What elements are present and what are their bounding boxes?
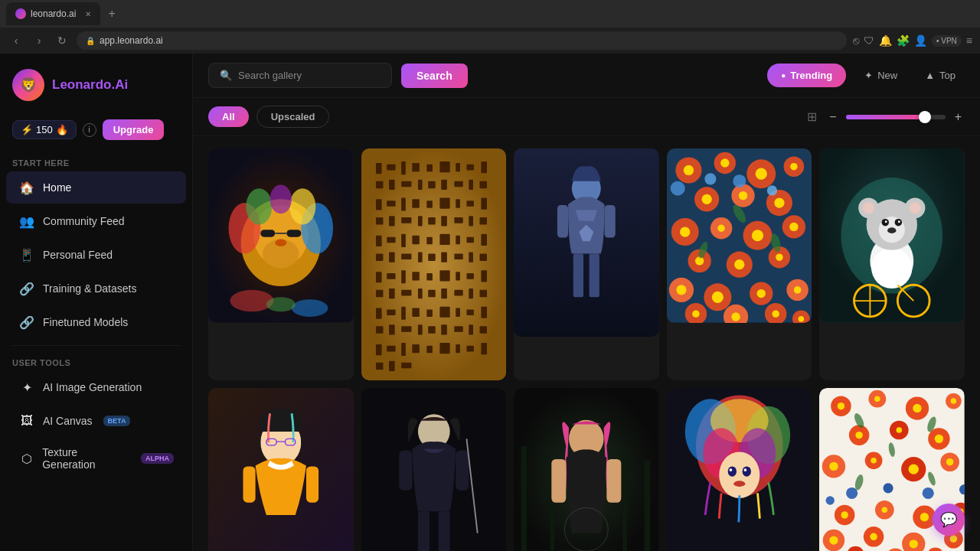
svg-rect-10 xyxy=(286,230,301,236)
svg-point-160 xyxy=(676,285,686,295)
svg-rect-104 xyxy=(441,324,447,334)
magic-button[interactable]: # xyxy=(277,394,299,416)
sidebar-item-ai-image[interactable]: ✦ AI Image Generation xyxy=(6,371,186,403)
expand-button[interactable]: ⤢ xyxy=(326,155,348,176)
sidebar-item-texture-generation[interactable]: ⬡ Texture Generation ALPHA xyxy=(6,439,186,478)
options-button[interactable]: ⊘ xyxy=(454,394,475,416)
magic-button[interactable]: # xyxy=(913,155,934,176)
svg-rect-203 xyxy=(243,467,256,503)
svg-rect-55 xyxy=(387,237,395,243)
sidebar-item-home[interactable]: 🏠 Home xyxy=(6,171,186,204)
options-button[interactable]: ⊘ xyxy=(454,155,475,176)
filter-upscaled-button[interactable]: Upscaled xyxy=(256,106,330,128)
search-button[interactable]: Search xyxy=(401,64,468,88)
extensions-icon[interactable]: 🧩 xyxy=(897,34,910,47)
shield-icon[interactable]: 🛡 xyxy=(864,34,874,47)
grid-minus-button[interactable]: − xyxy=(826,107,839,127)
tab-close-icon[interactable]: ✕ xyxy=(85,10,91,18)
filter-all-button[interactable]: All xyxy=(208,106,249,127)
gallery-item-hieroglyphs[interactable]: # ⊘ ⤢ xyxy=(361,148,507,380)
top-label: Top xyxy=(939,70,956,81)
sidebar-item-community-feed[interactable]: 👥 Community Feed xyxy=(6,205,186,237)
svg-point-261 xyxy=(826,497,835,505)
svg-point-171 xyxy=(692,310,699,317)
new-tab-button[interactable]: + xyxy=(103,7,119,21)
options-button[interactable]: ⊘ xyxy=(302,155,323,176)
nav-right: ⎋ 🛡 🔔 🧩 👤 • VPN ≡ xyxy=(853,34,972,47)
svg-rect-84 xyxy=(418,289,423,298)
gallery-item-flowers[interactable]: # ⊘ ⤢ xyxy=(667,148,812,380)
info-icon[interactable]: i xyxy=(83,123,96,137)
refresh-button[interactable]: ↻ xyxy=(54,34,70,47)
top-bar: 🔍 Search gallery Search ● Trending ✦ New… xyxy=(193,54,980,98)
top-button[interactable]: ▲ Top xyxy=(916,64,965,87)
sidebar-texture-label: Texture Generation xyxy=(42,446,130,471)
svg-point-148 xyxy=(789,223,798,231)
magic-button[interactable]: # xyxy=(583,394,604,416)
expand-button[interactable]: ⤢ xyxy=(784,155,805,176)
svg-rect-56 xyxy=(401,234,406,247)
canvas-icon: 🖼 xyxy=(18,412,35,429)
svg-rect-28 xyxy=(389,180,395,190)
sidebar-item-personal-feed[interactable]: 📱 Personal Feed xyxy=(6,239,186,271)
trending-button[interactable]: ● Trending xyxy=(767,64,846,87)
magic-button[interactable]: # xyxy=(277,155,299,176)
chat-bubble[interactable]: 💬 xyxy=(933,504,965,536)
gallery-grid: # ⊘ ⤢ xyxy=(208,148,965,551)
svg-point-233 xyxy=(733,481,745,487)
forward-button[interactable]: › xyxy=(31,34,47,47)
sidebar-community-label: Community Feed xyxy=(43,215,125,227)
upgrade-button[interactable]: Upgrade xyxy=(103,119,165,140)
svg-point-15 xyxy=(266,297,296,311)
gallery-item-dark-warrior[interactable]: ⊘ ⤢ xyxy=(361,388,507,551)
gallery-item-koala[interactable]: # ⊘ xyxy=(819,148,965,380)
lock-icon: 🔒 xyxy=(86,37,95,45)
grid-view-button[interactable]: ⊞ xyxy=(804,106,820,127)
gallery-item-lion[interactable]: # ⊘ ⤢ xyxy=(208,148,354,380)
sidebar-canvas-label: AI Canvas xyxy=(43,415,93,427)
magic-button[interactable]: # xyxy=(735,394,756,416)
gallery-item-anime[interactable]: # ⊘ ⤢ xyxy=(208,388,354,551)
address-bar[interactable]: 🔒 app.leonardo.ai xyxy=(77,31,847,50)
options-button[interactable]: ⊘ xyxy=(607,155,629,176)
new-button[interactable]: ✦ New xyxy=(855,64,906,87)
sidebar-item-ai-canvas[interactable]: 🖼 AI Canvas BETA xyxy=(6,405,186,437)
gallery-item-pink-forest[interactable]: # ⊘ ⤢ xyxy=(514,388,659,551)
profile-icon[interactable]: 👤 xyxy=(914,34,927,47)
svg-point-263 xyxy=(841,512,848,519)
magic-button[interactable]: # xyxy=(735,155,756,176)
options-button[interactable]: ⊘ xyxy=(937,155,959,176)
sidebar-item-training-datasets[interactable]: 🔗 Training & Datasets xyxy=(6,272,186,305)
expand-button[interactable]: ⤢ xyxy=(784,394,805,416)
gallery: # ⊘ ⤢ xyxy=(193,136,980,551)
gallery-item-colorful-girl[interactable]: # ⊘ ⤢ xyxy=(667,388,812,551)
active-tab[interactable]: leonardo.ai ✕ xyxy=(6,2,100,25)
options-button[interactable]: ⊘ xyxy=(302,394,323,416)
expand-button[interactable]: ⤢ xyxy=(632,155,653,176)
svg-rect-218 xyxy=(551,459,566,503)
svg-point-151 xyxy=(733,174,746,187)
magic-button[interactable]: # xyxy=(583,155,604,176)
alpha-badge: ALPHA xyxy=(141,453,174,464)
gallery-item-warrior[interactable]: # ⊘ ⤢ xyxy=(514,148,659,380)
grid-slider[interactable] xyxy=(846,115,946,119)
search-box[interactable]: 🔍 Search gallery xyxy=(208,63,392,88)
svg-rect-87 xyxy=(454,290,462,296)
address-text: app.leonardo.ai xyxy=(100,35,163,46)
grid-plus-button[interactable]: + xyxy=(952,107,965,127)
expand-button[interactable]: ⤢ xyxy=(632,394,653,416)
alert-icon[interactable]: 🔔 xyxy=(879,34,892,47)
menu-icon[interactable]: ≡ xyxy=(966,34,972,47)
expand-button[interactable]: ⤢ xyxy=(326,394,348,416)
expand-button[interactable]: ⤢ xyxy=(479,394,500,416)
expand-button[interactable]: ⤢ xyxy=(479,155,500,176)
options-button[interactable]: ⊘ xyxy=(607,394,629,416)
sidebar-item-finetuned-models[interactable]: 🔗 Finetuned Models xyxy=(6,306,186,338)
svg-rect-19 xyxy=(387,165,395,171)
back-button[interactable]: ‹ xyxy=(8,34,24,47)
magic-button[interactable]: # xyxy=(430,155,451,176)
options-button[interactable]: ⊘ xyxy=(760,155,781,176)
options-button[interactable]: ⊘ xyxy=(760,394,781,416)
share-icon[interactable]: ⎋ xyxy=(853,34,859,47)
svg-point-130 xyxy=(720,158,729,167)
